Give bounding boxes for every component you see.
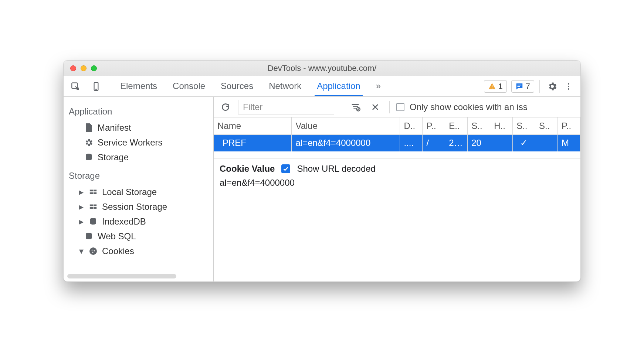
col-expires[interactable]: E.. [445,117,468,134]
devtools-toolbar: Elements Console Sources Network Applica… [64,76,580,97]
cell-priority: M [558,134,580,151]
svg-rect-11 [90,190,93,192]
close-window-button[interactable] [70,65,76,71]
sidebar-item-manifest[interactable]: Manifest [69,120,212,135]
cookie-decoded-value: al=en&f4=4000000 [220,178,574,188]
caret-right-icon[interactable]: ▸ [78,216,84,227]
svg-point-7 [568,83,569,85]
sidebar-item-label: Local Storage [102,187,157,197]
caret-right-icon[interactable]: ▸ [78,187,84,197]
sidebar-item-service-workers[interactable]: Service Workers [69,135,212,150]
col-secure[interactable]: S.. [513,117,535,134]
database-icon [89,217,98,226]
col-samesite[interactable]: S.. [535,117,558,134]
cell-secure: ✓ [513,134,535,151]
warning-icon [488,82,496,90]
cell-samesite [535,134,558,151]
svg-rect-6 [517,86,520,87]
messages-badge[interactable]: 7 [511,80,534,93]
svg-rect-13 [90,192,93,194]
minimize-window-button[interactable] [81,65,87,71]
col-domain[interactable]: D.. [400,117,423,134]
tab-console[interactable]: Console [170,76,207,96]
svg-point-9 [568,88,569,90]
svg-point-24 [92,252,93,253]
sidebar-item-label: Manifest [98,123,131,133]
sidebar-item-label: Session Storage [102,202,167,212]
kebab-menu-icon[interactable] [561,79,576,94]
svg-rect-16 [94,205,96,206]
sidebar-scrollbar[interactable] [67,274,176,278]
tab-application[interactable]: Application [315,76,362,96]
file-icon [84,123,93,132]
cell-name: PREF [214,134,292,151]
col-size[interactable]: S.. [468,117,490,134]
clear-filtered-icon[interactable] [348,100,363,114]
sidebar-item-label: Cookies [102,246,134,256]
sidebar-item-storage[interactable]: Storage [69,150,212,165]
window-traffic-lights [70,65,97,71]
sidebar-item-cookies[interactable]: ▾ Cookies [69,244,212,259]
col-priority[interactable]: P.. [558,117,580,134]
url-decoded-label: Show URL decoded [297,164,376,174]
cell-value: al=en&f4=4000000 [292,134,400,151]
warnings-count: 1 [498,82,503,91]
cell-expires: 2… [445,134,468,151]
cell-path: / [423,134,445,151]
only-issues-checkbox[interactable] [396,103,404,111]
application-sidebar: Application Manifest Service Workers Sto… [64,97,214,281]
tab-network[interactable]: Network [267,76,304,96]
sidebar-item-local-storage[interactable]: ▸ Local Storage [69,185,212,199]
svg-point-21 [89,247,97,255]
cell-domain: .... [400,134,423,151]
content-area: Application Manifest Service Workers Sto… [64,97,580,281]
svg-rect-17 [90,207,93,209]
cookie-value-pane: Cookie Value Show URL decoded al=en&f4=4… [214,158,580,193]
window-titlebar: DevTools - www.youtube.com/ [64,61,580,76]
svg-rect-14 [94,192,96,194]
cell-httponly [490,134,513,151]
sidebar-item-label: Web SQL [98,231,136,242]
svg-rect-4 [492,88,492,88]
grid-icon [89,202,98,211]
col-value[interactable]: Value [292,117,400,134]
url-decoded-checkbox[interactable] [281,164,290,173]
tabs-overflow-icon[interactable]: » [374,76,383,96]
section-application: Application [69,106,212,117]
zoom-window-button[interactable] [91,65,97,71]
col-path[interactable]: P.. [423,117,445,134]
cell-size: 20 [468,134,490,151]
caret-right-icon[interactable]: ▸ [78,202,84,212]
svg-rect-15 [90,205,93,206]
devtools-window: DevTools - www.youtube.com/ Elements Con… [63,60,581,282]
table-header-row: Name Value D.. P.. E.. S.. H.. S.. S.. P… [214,117,580,134]
filter-input[interactable] [238,100,334,114]
sidebar-item-session-storage[interactable]: ▸ Session Storage [69,199,212,214]
sidebar-item-websql[interactable]: Web SQL [69,229,212,244]
warnings-badge[interactable]: 1 [484,80,507,93]
gear-icon [84,138,93,147]
inspect-element-icon[interactable] [68,79,83,94]
grid-icon [89,188,98,196]
table-row[interactable]: PREF al=en&f4=4000000 .... / 2… 20 ✓ M [214,134,580,151]
settings-gear-icon[interactable] [545,79,560,94]
tab-elements[interactable]: Elements [118,76,159,96]
tab-sources[interactable]: Sources [218,76,255,96]
caret-down-icon[interactable]: ▾ [78,246,84,256]
database-icon [84,153,93,162]
col-name[interactable]: Name [214,117,292,134]
sidebar-item-label: Service Workers [98,137,163,148]
col-httponly[interactable]: H.. [490,117,513,134]
messages-count: 7 [526,82,530,91]
svg-rect-18 [94,207,96,209]
sidebar-item-indexeddb[interactable]: ▸ IndexedDB [69,214,212,229]
svg-rect-12 [94,190,96,192]
message-icon [515,82,523,90]
svg-point-23 [94,250,95,251]
table-row-empty [214,151,580,158]
device-toggle-icon[interactable] [89,79,104,94]
database-icon [84,232,93,241]
cookies-toolbar: Only show cookies with an iss [214,97,580,117]
refresh-icon[interactable] [218,100,233,114]
clear-all-icon[interactable] [368,100,383,114]
